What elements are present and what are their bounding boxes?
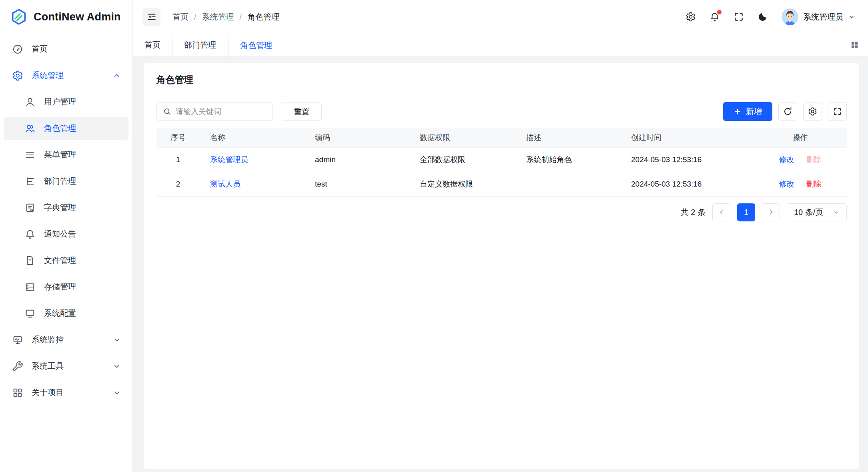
chevron-up-icon xyxy=(113,72,121,80)
sidebar-item-label: 通知公告 xyxy=(44,229,76,239)
page-size-value: 10 条/页 xyxy=(794,207,823,218)
monitor-chart-icon xyxy=(12,334,24,346)
sidebar-item-label: 系统监控 xyxy=(32,334,64,345)
storage-icon xyxy=(24,281,36,293)
table-row: 1 系统管理员 admin 全部数据权限 系统初始角色 2024-05-03 1… xyxy=(156,147,847,172)
sidebar-item-system-tools[interactable]: 系统工具 xyxy=(4,355,128,378)
page-size-select[interactable]: 10 条/页 xyxy=(787,203,847,221)
dark-mode-button[interactable] xyxy=(758,12,768,22)
sidebar-item-dictionary-management[interactable]: 字典管理 xyxy=(4,196,128,219)
chevron-down-icon xyxy=(113,336,121,344)
sidebar-item-role-management[interactable]: 角色管理 xyxy=(4,117,128,140)
breadcrumb-home[interactable]: 首页 xyxy=(172,12,188,22)
sidebar-item-system-monitor[interactable]: 系统监控 xyxy=(4,328,128,351)
sidebar-item-label: 用户管理 xyxy=(44,96,76,107)
sidebar: ContiNew Admin 首页 系统管理 xyxy=(0,0,133,472)
sidebar-item-label: 系统工具 xyxy=(32,361,64,372)
sidebar-menu: 首页 系统管理 xyxy=(0,34,132,404)
settings-button[interactable] xyxy=(686,12,696,22)
sidebar-item-label: 关于项目 xyxy=(32,387,64,398)
table-header-row: 序号 名称 编码 数据权限 描述 创建时间 操作 xyxy=(156,128,847,147)
search-box[interactable] xyxy=(156,102,273,121)
edit-link[interactable]: 修改 xyxy=(779,155,794,164)
sidebar-item-about-project[interactable]: 关于项目 xyxy=(4,381,128,404)
cell-code: test xyxy=(305,172,409,196)
sidebar-item-system-config[interactable]: 系统配置 xyxy=(4,302,128,325)
search-icon xyxy=(163,107,171,116)
edit-link[interactable]: 修改 xyxy=(779,180,794,188)
sidebar-item-department-management[interactable]: 部门管理 xyxy=(4,170,128,193)
table-row: 2 测试人员 test 自定义数据权限 2024-05-03 12:53:16 … xyxy=(156,172,847,196)
chevron-left-icon xyxy=(718,209,725,216)
breadcrumb: 首页 / 系统管理 / 角色管理 xyxy=(172,12,279,22)
menu-fold-icon xyxy=(146,12,157,22)
fullscreen-icon xyxy=(734,12,744,22)
breadcrumb-role-management: 角色管理 xyxy=(247,12,279,22)
sidebar-item-home[interactable]: 首页 xyxy=(4,38,128,60)
sidebar-item-label: 系统管理 xyxy=(32,70,64,81)
monitor-icon xyxy=(24,307,36,319)
add-button[interactable]: 新增 xyxy=(723,102,772,121)
sidebar-item-label: 文件管理 xyxy=(44,255,76,266)
prev-page-button[interactable] xyxy=(712,203,730,221)
column-header-created: 创建时间 xyxy=(621,128,754,147)
tab-department-management[interactable]: 部门管理 xyxy=(172,34,228,56)
add-button-label: 新增 xyxy=(746,106,762,117)
app-root: ContiNew Admin 首页 系统管理 xyxy=(0,0,868,472)
role-name-link[interactable]: 系统管理员 xyxy=(210,155,248,164)
topbar: 首页 / 系统管理 / 角色管理 xyxy=(133,0,868,34)
tab-role-management[interactable]: 角色管理 xyxy=(228,34,284,56)
sidebar-item-file-management[interactable]: 文件管理 xyxy=(4,249,128,272)
page-number-1[interactable]: 1 xyxy=(737,203,755,221)
breadcrumb-system-management[interactable]: 系统管理 xyxy=(202,12,234,22)
users-icon xyxy=(24,123,36,135)
sidebar-item-storage-management[interactable]: 存储管理 xyxy=(4,275,128,298)
notifications-button[interactable] xyxy=(710,12,720,22)
column-header-name: 名称 xyxy=(200,128,305,147)
cell-description: 系统初始角色 xyxy=(516,147,621,172)
chevron-down-icon xyxy=(848,13,855,20)
delete-link: 删除 xyxy=(806,155,822,164)
app-title: ContiNew Admin xyxy=(34,11,121,23)
cell-scope: 自定义数据权限 xyxy=(409,172,516,196)
role-name-link[interactable]: 测试人员 xyxy=(210,180,241,188)
next-page-button[interactable] xyxy=(762,203,780,221)
cell-code: admin xyxy=(305,147,409,172)
refresh-button[interactable] xyxy=(778,102,797,121)
tree-icon xyxy=(24,175,36,187)
sidebar-item-user-management[interactable]: 用户管理 xyxy=(4,90,128,113)
sidebar-item-label: 菜单管理 xyxy=(44,149,76,160)
cell-index: 1 xyxy=(156,147,200,172)
dashboard-icon xyxy=(12,43,24,55)
column-header-description: 描述 xyxy=(516,128,621,147)
table-fullscreen-button[interactable] xyxy=(828,102,847,121)
column-header-scope: 数据权限 xyxy=(409,128,516,147)
pagination: 共 2 条 1 10 条/页 xyxy=(156,203,847,221)
cell-description xyxy=(516,172,621,196)
table-settings-button[interactable] xyxy=(803,102,822,121)
topbar-actions: 系统管理员 xyxy=(686,8,855,25)
wrench-icon xyxy=(12,360,24,372)
user-menu[interactable]: 系统管理员 xyxy=(782,8,855,25)
sidebar-item-notifications[interactable]: 通知公告 xyxy=(4,223,128,245)
app-logo[interactable]: ContiNew Admin xyxy=(0,0,132,34)
fullscreen-button[interactable] xyxy=(734,12,744,22)
page-title: 角色管理 xyxy=(156,74,847,86)
tab-home[interactable]: 首页 xyxy=(133,34,172,56)
sidebar-item-menu-management[interactable]: 菜单管理 xyxy=(4,143,128,166)
menu-fold-button[interactable] xyxy=(142,8,160,26)
cell-scope: 全部数据权限 xyxy=(409,147,516,172)
cell-created: 2024-05-03 12:53:16 xyxy=(621,147,754,172)
gear-icon xyxy=(686,12,696,22)
chevron-down-icon xyxy=(833,209,840,216)
grid-icon xyxy=(12,387,24,399)
sidebar-item-label: 系统配置 xyxy=(44,308,76,319)
sidebar-item-system-management[interactable]: 系统管理 xyxy=(4,64,128,87)
tab-bar-right xyxy=(850,34,868,56)
dictionary-icon xyxy=(24,202,36,214)
search-input[interactable] xyxy=(176,107,267,116)
breadcrumb-separator: / xyxy=(188,12,202,22)
tab-actions-button[interactable] xyxy=(850,40,859,50)
reset-button[interactable]: 重置 xyxy=(282,102,322,121)
delete-link[interactable]: 删除 xyxy=(806,180,822,188)
